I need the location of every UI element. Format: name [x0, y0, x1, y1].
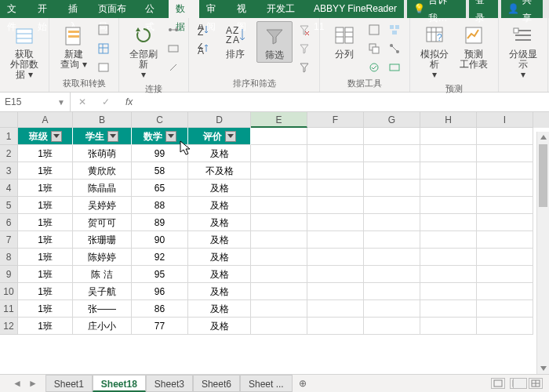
- menu-tab-文件[interactable]: 文件: [0, 0, 31, 18]
- share-button[interactable]: 👤 共享: [501, 0, 543, 18]
- table-header-cell[interactable]: 学生: [73, 128, 132, 145]
- column-header[interactable]: G: [364, 112, 420, 128]
- cell[interactable]: 张——: [73, 300, 132, 318]
- cell[interactable]: 1班: [18, 249, 73, 266]
- get-external-data-button[interactable]: 获取外部数据 ▾: [6, 21, 42, 82]
- cell[interactable]: 1班: [18, 214, 73, 231]
- cell[interactable]: [420, 283, 477, 300]
- sheet-tab[interactable]: Sheet3: [146, 375, 193, 392]
- cell[interactable]: [251, 197, 307, 214]
- column-header[interactable]: B: [73, 112, 132, 128]
- scroll-down-icon[interactable]: [540, 366, 547, 371]
- cell[interactable]: 1班: [18, 162, 73, 180]
- cell[interactable]: 1班: [18, 231, 73, 249]
- edit-links-button[interactable]: [165, 59, 182, 76]
- cell[interactable]: [420, 300, 477, 318]
- cell[interactable]: 及格: [188, 145, 251, 162]
- horizontal-scrollbar[interactable]: [513, 378, 527, 389]
- cell[interactable]: [477, 180, 533, 197]
- cell[interactable]: 及格: [188, 214, 251, 231]
- scrollbar-thumb[interactable]: [539, 144, 547, 207]
- connections-button[interactable]: [165, 21, 182, 38]
- column-header[interactable]: H: [420, 112, 477, 128]
- cell[interactable]: [420, 231, 477, 249]
- menu-tab-公式[interactable]: 公式: [138, 0, 169, 18]
- cell[interactable]: [307, 249, 364, 266]
- cell[interactable]: 1班: [18, 300, 73, 318]
- cell[interactable]: 1班: [18, 197, 73, 214]
- cell[interactable]: [477, 283, 533, 300]
- cell[interactable]: [251, 145, 307, 162]
- cell[interactable]: [251, 128, 307, 145]
- cell[interactable]: 张珊珊: [73, 231, 132, 249]
- cell[interactable]: 及格: [188, 318, 251, 335]
- menu-tab-插入[interactable]: 插入: [61, 0, 92, 18]
- column-header[interactable]: A: [18, 112, 73, 128]
- text-to-columns-button[interactable]: 分列: [326, 21, 362, 61]
- cell[interactable]: 庄小小: [73, 318, 132, 335]
- cell[interactable]: [364, 214, 420, 231]
- cell[interactable]: 95: [132, 266, 188, 283]
- page-break-button[interactable]: [529, 378, 543, 389]
- cell[interactable]: [364, 266, 420, 283]
- table-header-cell[interactable]: 班级: [18, 128, 73, 145]
- data-validation-button[interactable]: [365, 59, 383, 76]
- forecast-sheet-button[interactable]: 预测工作表: [456, 21, 492, 71]
- row-header[interactable]: 3: [0, 162, 18, 180]
- cell[interactable]: 陈晶晶: [73, 180, 132, 197]
- column-header[interactable]: C: [132, 112, 188, 128]
- cell[interactable]: [420, 162, 477, 180]
- column-header[interactable]: I: [477, 112, 533, 128]
- cell[interactable]: [364, 128, 420, 145]
- cell[interactable]: 90: [132, 231, 188, 249]
- data-model-button[interactable]: [386, 59, 403, 76]
- cell[interactable]: 1班: [18, 283, 73, 300]
- row-header[interactable]: 2: [0, 145, 18, 162]
- name-box[interactable]: E15▼: [0, 93, 71, 111]
- cell[interactable]: [364, 318, 420, 335]
- row-header[interactable]: 6: [0, 214, 18, 231]
- add-sheet-button[interactable]: ⊕: [294, 378, 311, 389]
- row-header[interactable]: 9: [0, 266, 18, 283]
- cell[interactable]: [477, 145, 533, 162]
- cell[interactable]: [251, 283, 307, 300]
- fx-icon[interactable]: fx: [125, 96, 133, 107]
- cell[interactable]: [251, 300, 307, 318]
- sheet-tab[interactable]: Sheet ...: [240, 375, 293, 392]
- row-header[interactable]: 4: [0, 180, 18, 197]
- sort-button[interactable]: AZZA 排序: [217, 21, 253, 61]
- column-header[interactable]: F: [307, 112, 364, 128]
- row-header[interactable]: 8: [0, 249, 18, 266]
- cell[interactable]: 及格: [188, 231, 251, 249]
- clear-filter-button[interactable]: [296, 21, 313, 38]
- cell[interactable]: 58: [132, 162, 188, 180]
- row-header[interactable]: 12: [0, 318, 18, 335]
- cell[interactable]: [420, 249, 477, 266]
- row-header[interactable]: 1: [0, 128, 18, 145]
- cell[interactable]: [364, 231, 420, 249]
- menu-tab-ABBYY FineReader 11[interactable]: ABBYY FineReader 11: [307, 0, 404, 18]
- cell[interactable]: [420, 180, 477, 197]
- cell[interactable]: 及格: [188, 197, 251, 214]
- sort-desc-button[interactable]: ZA: [195, 40, 213, 57]
- cell[interactable]: 65: [132, 180, 188, 197]
- cell[interactable]: 86: [132, 300, 188, 318]
- menu-tab-页面布局[interactable]: 页面布局: [91, 0, 138, 18]
- advanced-button[interactable]: [296, 59, 313, 76]
- sort-asc-button[interactable]: AZ: [195, 21, 213, 38]
- cell[interactable]: [364, 197, 420, 214]
- cell[interactable]: 张萌萌: [73, 145, 132, 162]
- cell[interactable]: [307, 300, 364, 318]
- cell[interactable]: 92: [132, 249, 188, 266]
- table-header-cell[interactable]: 评价: [188, 128, 251, 145]
- cell[interactable]: 1班: [18, 318, 73, 335]
- new-query-button[interactable]: 新建查询 ▾: [56, 21, 92, 71]
- scroll-up-icon[interactable]: [540, 135, 547, 140]
- cell[interactable]: 77: [132, 318, 188, 335]
- normal-view-button[interactable]: [491, 378, 505, 389]
- sheet-tab[interactable]: Sheet1: [45, 375, 93, 392]
- cell[interactable]: 陈 洁: [73, 266, 132, 283]
- cell[interactable]: 黄欣欣: [73, 162, 132, 180]
- cell[interactable]: [307, 266, 364, 283]
- cell[interactable]: 96: [132, 283, 188, 300]
